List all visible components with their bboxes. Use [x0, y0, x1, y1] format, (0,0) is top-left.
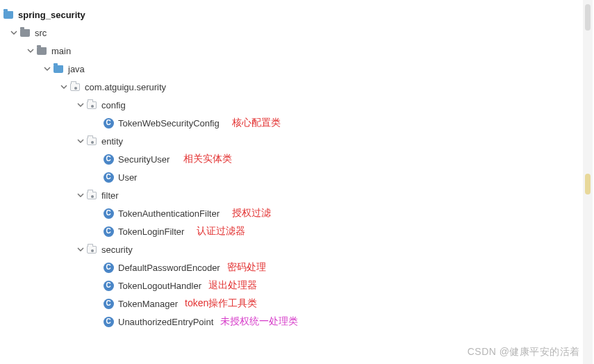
class-label: TokenAuthenticationFilter: [118, 208, 220, 219]
package-label: entity: [101, 136, 123, 147]
tree-row-config[interactable]: config: [3, 96, 591, 114]
tree-row-class[interactable]: C User: [3, 168, 591, 186]
class-icon: C: [103, 208, 114, 219]
folder-icon: [19, 27, 31, 38]
project-tree: spring_security src main java com.at: [0, 0, 594, 336]
package-icon: [86, 190, 97, 201]
watermark-text: CSDN @健康平安的活着: [468, 346, 580, 358]
tree-row-security[interactable]: security: [3, 240, 591, 258]
folder-label: src: [35, 28, 47, 38]
tree-row-root[interactable]: spring_security: [3, 6, 591, 24]
annotation-text: 退出处理器: [208, 279, 257, 292]
class-icon: C: [103, 298, 114, 309]
chevron-down-icon[interactable]: [25, 47, 36, 54]
class-label: TokenWebSecurityConfig: [118, 118, 220, 129]
class-icon: C: [103, 117, 114, 129]
package-icon: [86, 99, 97, 110]
tree-row-class[interactable]: C TokenManager token操作工具类: [3, 295, 591, 313]
tree-row-class[interactable]: C TokenLoginFilter 认证过滤器: [3, 222, 591, 240]
tree-row-class[interactable]: C TokenWebSecurityConfig 核心配置类: [3, 114, 591, 132]
class-icon: C: [103, 262, 114, 273]
scroll-marker: [585, 174, 591, 195]
tree-row-class[interactable]: C DefaultPasswordEncoder 密码处理: [3, 258, 591, 276]
folder-label: main: [51, 46, 71, 56]
class-label: TokenLoginFilter: [118, 226, 184, 237]
tree-row-filter[interactable]: filter: [3, 186, 591, 204]
tree-row-src[interactable]: src: [3, 24, 591, 42]
root-label: spring_security: [18, 10, 85, 20]
class-label: User: [118, 172, 137, 183]
annotation-text: 授权过滤: [232, 207, 271, 220]
annotation-text: 密码处理: [227, 261, 266, 274]
class-icon: C: [103, 172, 114, 183]
class-label: UnauthorizedEntryPoint: [118, 317, 213, 327]
class-icon: C: [103, 154, 114, 165]
module-icon: [3, 9, 14, 20]
source-folder-icon: [53, 63, 64, 74]
folder-icon: [36, 45, 47, 56]
tree-row-main[interactable]: main: [3, 42, 591, 60]
annotation-text: 核心配置类: [232, 117, 281, 129]
class-icon: C: [103, 226, 114, 237]
tree-row-class[interactable]: C TokenLogoutHandler 退出处理器: [3, 276, 591, 295]
class-label: TokenLogoutHandler: [118, 281, 201, 291]
tree-row-class[interactable]: C TokenAuthenticationFilter 授权过滤: [3, 204, 591, 222]
chevron-down-icon[interactable]: [75, 101, 86, 108]
annotation-text: token操作工具类: [185, 297, 257, 310]
tree-row-package[interactable]: com.atguigu.serurity: [3, 78, 591, 96]
chevron-down-icon[interactable]: [8, 29, 19, 36]
package-label: security: [101, 245, 133, 255]
tree-row-class[interactable]: C SecurityUser 相关实体类: [3, 150, 591, 168]
package-icon: [86, 135, 97, 147]
folder-label: java: [68, 64, 85, 74]
chevron-down-icon[interactable]: [58, 83, 69, 90]
package-label: config: [101, 100, 126, 110]
annotation-text: 未授权统一处理类: [220, 315, 298, 328]
annotation-text: 相关实体类: [183, 153, 232, 165]
class-label: SecurityUser: [118, 154, 170, 165]
annotation-text: 认证过滤器: [197, 225, 245, 238]
chevron-down-icon[interactable]: [42, 65, 53, 72]
chevron-down-icon[interactable]: [75, 138, 86, 144]
chevron-down-icon[interactable]: [75, 246, 86, 253]
class-icon: C: [103, 316, 114, 327]
scroll-thumb[interactable]: [585, 4, 591, 31]
tree-row-java[interactable]: java: [3, 60, 591, 78]
tree-row-class[interactable]: C UnauthorizedEntryPoint 未授权统一处理类: [3, 313, 591, 331]
package-icon: [69, 81, 81, 92]
vertical-scrollbar[interactable]: [583, 0, 593, 364]
chevron-down-icon[interactable]: [75, 192, 86, 199]
class-label: TokenManager: [118, 299, 178, 309]
package-icon: [86, 244, 97, 255]
class-icon: C: [103, 280, 114, 291]
class-label: DefaultPasswordEncoder: [118, 263, 220, 273]
package-label: filter: [101, 190, 119, 201]
package-label: com.atguigu.serurity: [85, 82, 166, 92]
tree-row-entity[interactable]: entity: [3, 132, 591, 150]
